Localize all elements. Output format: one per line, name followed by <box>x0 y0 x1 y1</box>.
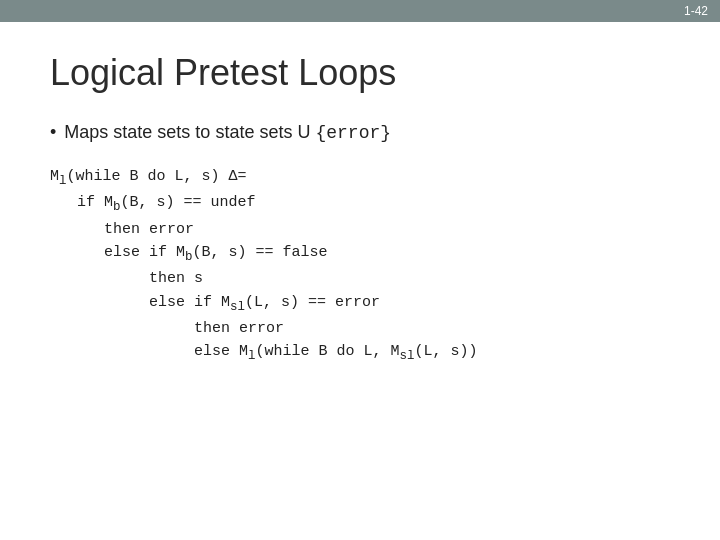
bullet-dot: • <box>50 122 56 143</box>
code-line-7: then error <box>50 317 670 340</box>
code-line-8: else Ml(while B do L, Msl(L, s)) <box>50 340 670 366</box>
bullet-code: {error} <box>315 123 391 143</box>
slide-number: 1-42 <box>684 4 708 18</box>
bullet-item: • Maps state sets to state sets U {error… <box>50 122 670 143</box>
bullet-section: • Maps state sets to state sets U {error… <box>50 122 670 143</box>
bullet-text: Maps state sets to state sets U {error} <box>64 122 391 143</box>
code-line-3: then error <box>50 218 670 241</box>
code-line-2: if Mb(B, s) == undef <box>50 191 670 217</box>
bullet-prefix: Maps state sets to state sets U <box>64 122 315 142</box>
content-area: Logical Pretest Loops • Maps state sets … <box>0 22 720 397</box>
slide-container: 1-42 Logical Pretest Loops • Maps state … <box>0 0 720 540</box>
code-line-1: Ml(while B do L, s) Δ= <box>50 165 670 191</box>
code-section: Ml(while B do L, s) Δ= if Mb(B, s) == un… <box>50 165 670 367</box>
code-line-5: then s <box>50 267 670 290</box>
code-line-6: else if Msl(L, s) == error <box>50 291 670 317</box>
code-line-4: else if Mb(B, s) == false <box>50 241 670 267</box>
slide-title: Logical Pretest Loops <box>50 52 670 94</box>
top-bar: 1-42 <box>0 0 720 22</box>
